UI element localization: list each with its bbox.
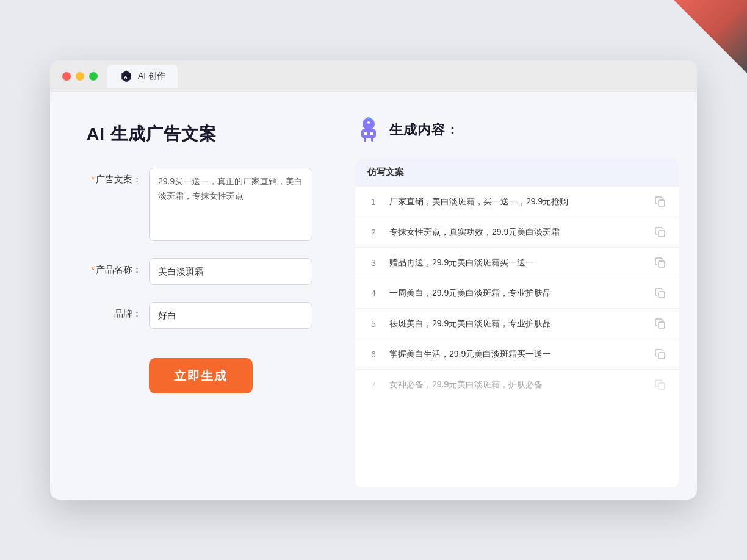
svg-rect-16	[659, 353, 665, 359]
product-name-input[interactable]	[149, 258, 312, 285]
page-title: AI 生成广告文案	[87, 123, 312, 146]
close-button[interactable]	[62, 72, 71, 81]
svg-rect-12	[659, 231, 665, 237]
svg-rect-3	[361, 129, 376, 138]
product-name-group: *产品名称：	[87, 258, 312, 285]
item-text: 厂家直销，美白淡斑霜，买一送一，29.9元抢购	[389, 195, 644, 208]
list-item: 5 祛斑美白，29.9元美白淡斑霜，专业护肤品	[355, 309, 679, 339]
item-number: 1	[367, 197, 380, 207]
item-text: 掌握美白生活，29.9元美白淡斑霜买一送一	[389, 348, 644, 361]
svg-text:AI: AI	[124, 74, 128, 79]
svg-point-8	[367, 117, 370, 119]
list-item: 7 女神必备，29.9元美白淡斑霜，护肤必备	[355, 370, 679, 400]
item-text: 祛斑美白，29.9元美白淡斑霜，专业护肤品	[389, 317, 644, 330]
item-text: 一周美白，29.9元美白淡斑霜，专业护肤品	[389, 287, 644, 300]
product-name-label: *产品名称：	[87, 258, 142, 276]
minimize-button[interactable]	[76, 72, 84, 81]
copy-icon[interactable]	[654, 257, 666, 269]
svg-rect-13	[659, 261, 665, 267]
list-item: 6 掌握美白生活，29.9元美白淡斑霜买一送一	[355, 339, 679, 370]
item-number: 7	[367, 380, 380, 390]
copy-icon[interactable]	[654, 318, 666, 330]
tab-ai-creation[interactable]: AI AI 创作	[107, 65, 178, 88]
tab-label: AI 创作	[138, 71, 165, 82]
result-header: 生成内容：	[355, 117, 679, 143]
svg-point-6	[367, 121, 370, 124]
result-table-header: 仿写文案	[355, 158, 679, 187]
svg-point-4	[364, 132, 367, 135]
svg-rect-10	[371, 138, 374, 142]
brand-label: 品牌：	[87, 302, 142, 320]
list-item: 1 厂家直销，美白淡斑霜，买一送一，29.9元抢购	[355, 187, 679, 217]
title-bar: AI AI 创作	[50, 60, 697, 92]
copy-icon[interactable]	[654, 287, 666, 300]
content-area: AI 生成广告文案 *广告文案： 29.9买一送一，真正的厂家直销，美白淡斑霜，…	[50, 92, 697, 500]
copy-icon[interactable]	[654, 226, 666, 239]
svg-rect-15	[659, 322, 665, 328]
item-number: 3	[367, 258, 380, 268]
svg-rect-9	[364, 138, 366, 142]
required-star-2: *	[91, 264, 95, 275]
generate-button[interactable]: 立即生成	[149, 358, 253, 393]
ad-copy-label: *广告文案：	[87, 168, 142, 185]
item-text: 专抹女性斑点，真实功效，29.9元美白淡斑霜	[389, 226, 644, 239]
required-star-1: *	[91, 174, 95, 184]
list-item: 2 专抹女性斑点，真实功效，29.9元美白淡斑霜	[355, 217, 679, 248]
left-panel: AI 生成广告文案 *广告文案： 29.9买一送一，真正的厂家直销，美白淡斑霜，…	[50, 92, 343, 500]
list-item: 3 赠品再送，29.9元美白淡斑霜买一送一	[355, 248, 679, 278]
robot-icon	[355, 117, 382, 143]
ad-copy-textarea[interactable]: 29.9买一送一，真正的厂家直销，美白淡斑霜，专抹女性斑点	[149, 168, 312, 241]
maximize-button[interactable]	[89, 72, 98, 81]
svg-point-5	[370, 132, 374, 135]
result-list: 1 厂家直销，美白淡斑霜，买一送一，29.9元抢购 2 专抹女性斑点，真实功效，…	[355, 187, 679, 487]
item-number: 2	[367, 228, 380, 237]
brand-group: 品牌：	[87, 302, 312, 329]
right-panel: 生成内容： 仿写文案 1 厂家直销，美白淡斑霜，买一送一，29.9元抢购 2 专…	[343, 92, 697, 500]
svg-rect-11	[659, 200, 665, 206]
svg-rect-14	[659, 292, 665, 298]
copy-icon[interactable]	[654, 196, 666, 208]
page-wrapper: AI AI 创作 AI 生成广告文案 *广告文案： 29.9买一送一，真正的厂家…	[0, 0, 747, 560]
item-text: 女神必备，29.9元美白淡斑霜，护肤必备	[389, 378, 644, 391]
brand-input[interactable]	[149, 302, 312, 329]
ad-copy-group: *广告文案： 29.9买一送一，真正的厂家直销，美白淡斑霜，专抹女性斑点	[87, 168, 312, 241]
item-number: 4	[367, 289, 380, 298]
item-number: 5	[367, 319, 380, 329]
list-item: 4 一周美白，29.9元美白淡斑霜，专业护肤品	[355, 278, 679, 309]
copy-icon[interactable]	[654, 348, 666, 361]
ai-tab-icon: AI	[120, 70, 133, 83]
svg-rect-17	[659, 383, 665, 389]
browser-window: AI AI 创作 AI 生成广告文案 *广告文案： 29.9买一送一，真正的厂家…	[50, 60, 697, 500]
item-number: 6	[367, 350, 380, 359]
result-box: 仿写文案 1 厂家直销，美白淡斑霜，买一送一，29.9元抢购 2 专抹女性斑点，…	[355, 158, 679, 487]
result-title: 生成内容：	[389, 121, 460, 139]
item-text: 赠品再送，29.9元美白淡斑霜买一送一	[389, 256, 644, 269]
traffic-lights	[62, 72, 98, 81]
copy-icon[interactable]	[654, 379, 666, 391]
